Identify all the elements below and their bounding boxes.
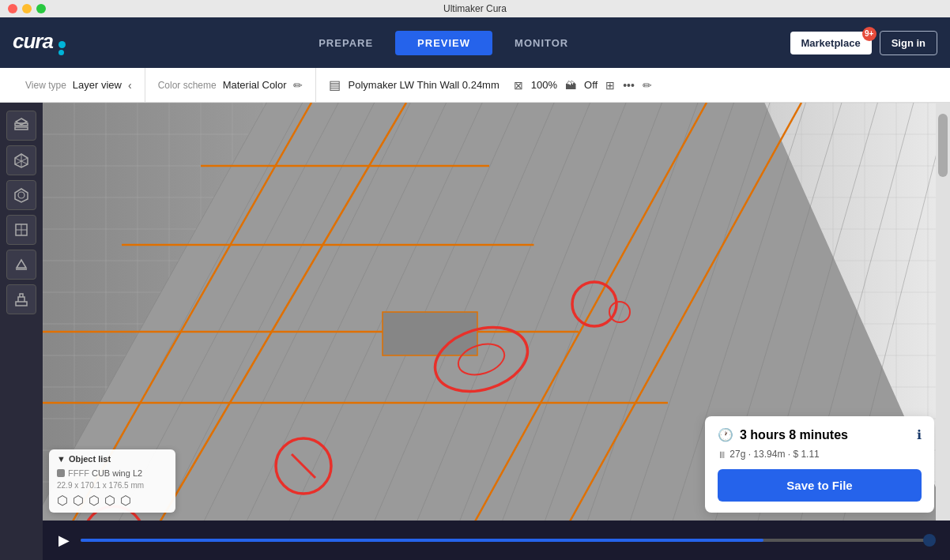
tool-6-icon bbox=[13, 291, 30, 308]
color-scheme-value: Material Color bbox=[223, 79, 287, 91]
info-button[interactable]: ℹ bbox=[917, 427, 922, 442]
nav-monitor[interactable]: MONITOR bbox=[492, 31, 590, 55]
object-list-panel: ▼ Object list FFFF CUB wing L2 22.9 x 17… bbox=[49, 449, 175, 513]
nav-prepare[interactable]: PREPARE bbox=[296, 31, 395, 55]
layer-view-icon bbox=[13, 117, 30, 134]
nav-preview[interactable]: PREVIEW bbox=[395, 31, 492, 55]
sidebar-tool-6[interactable] bbox=[6, 284, 36, 314]
color-scheme-section: Color scheme Material Color ✏ bbox=[145, 68, 316, 102]
settings2-icon[interactable]: ⬡ bbox=[120, 493, 131, 508]
marketplace-button[interactable]: Marketplace 9+ bbox=[790, 32, 872, 54]
delete-icon[interactable]: ⬡ bbox=[89, 493, 100, 508]
sidebar-tool-3[interactable] bbox=[6, 180, 36, 210]
fill-pct: 100% bbox=[531, 79, 557, 91]
printer-name: Polymaker LW Thin Wall 0.24mm bbox=[349, 79, 500, 91]
copy-icon[interactable]: ⬡ bbox=[73, 493, 84, 508]
clock-icon: 🕐 bbox=[718, 427, 733, 442]
info-panel: 🕐 3 hours 8 minutes ℹ ⫼ 27g · 13.94m · $… bbox=[705, 416, 934, 513]
view-type-section: View type Layer view ‹ bbox=[13, 68, 145, 102]
object-item-label: FFFF CUB wing L2 bbox=[68, 468, 142, 478]
printer-icon: ▤ bbox=[329, 77, 341, 92]
toolbar: View type Layer view ‹ Color scheme Mate… bbox=[0, 68, 950, 103]
left-sidebar bbox=[0, 103, 43, 560]
signin-button[interactable]: Sign in bbox=[880, 31, 937, 55]
info-time-row: 🕐 3 hours 8 minutes ℹ bbox=[718, 427, 922, 442]
play-button[interactable]: ▶ bbox=[58, 532, 70, 549]
maximize-button[interactable] bbox=[36, 4, 46, 13]
svg-point-7 bbox=[18, 192, 25, 198]
print-stats: ⫼ 27g · 13.94m · $ 1.11 bbox=[718, 449, 922, 460]
sidebar-tool-1[interactable] bbox=[6, 111, 36, 141]
main-nav: PREPARE PREVIEW MONITOR bbox=[97, 31, 790, 55]
sidebar-tool-4[interactable] bbox=[6, 215, 36, 245]
window-buttons[interactable] bbox=[8, 4, 46, 13]
object-action-icons: ⬡ ⬡ ⬡ ⬡ ⬡ bbox=[57, 493, 168, 508]
marketplace-badge: 9+ bbox=[862, 27, 876, 41]
color-scheme-edit-icon[interactable]: ✏ bbox=[293, 79, 303, 92]
sidebar-tool-2[interactable] bbox=[6, 145, 36, 175]
stats-value: 27g · 13.94m · $ 1.11 bbox=[729, 449, 819, 460]
close-button[interactable] bbox=[8, 4, 17, 13]
svg-rect-1 bbox=[15, 127, 28, 130]
right-scrollbar[interactable] bbox=[936, 103, 950, 560]
object-list-header: ▼ Object list bbox=[57, 454, 168, 464]
timeline-bar: ▶ bbox=[43, 521, 950, 560]
time-value: 3 hours 8 minutes bbox=[740, 428, 848, 442]
support-label: Off bbox=[584, 79, 598, 91]
move-icon[interactable]: ⬡ bbox=[104, 493, 115, 508]
more-icon[interactable]: ••• bbox=[623, 79, 635, 92]
time-display: 🕐 3 hours 8 minutes bbox=[718, 427, 848, 442]
fill-icon: ⊠ bbox=[514, 79, 523, 92]
scroll-thumb[interactable] bbox=[938, 114, 948, 177]
settings-icon[interactable]: ⊞ bbox=[605, 79, 615, 92]
view-type-label: View type bbox=[25, 80, 66, 91]
timeline-track[interactable] bbox=[81, 539, 934, 542]
save-to-file-button[interactable]: Save to File bbox=[718, 469, 922, 502]
header-right: Marketplace 9+ Sign in bbox=[790, 31, 938, 55]
window-title: Ultimaker Cura bbox=[443, 3, 507, 14]
view-type-value: Layer view bbox=[73, 79, 122, 91]
object-list-item: FFFF CUB wing L2 bbox=[57, 467, 168, 479]
title-bar: Ultimaker Cura bbox=[0, 0, 950, 17]
tool-5-icon bbox=[13, 256, 30, 273]
tool-3-icon bbox=[13, 186, 30, 204]
logo-text: cura bbox=[13, 29, 53, 54]
sidebar-tool-5[interactable] bbox=[6, 250, 36, 280]
object-dimensions: 22.9 x 170.1 x 176.5 mm bbox=[57, 481, 168, 490]
svg-rect-11 bbox=[16, 302, 27, 306]
object-color-swatch bbox=[57, 469, 65, 477]
timeline-progress bbox=[81, 539, 763, 542]
tool-4-icon bbox=[13, 221, 30, 239]
edit-icon[interactable]: ✏ bbox=[643, 79, 652, 92]
duplicate-icon[interactable]: ⬡ bbox=[57, 493, 68, 508]
view-type-chevron-icon[interactable]: ‹ bbox=[128, 79, 132, 92]
minimize-button[interactable] bbox=[22, 4, 32, 13]
tool-2-icon bbox=[13, 152, 30, 169]
svg-marker-2 bbox=[16, 118, 27, 125]
color-scheme-label: Color scheme bbox=[158, 80, 217, 91]
chevron-down-icon[interactable]: ▼ bbox=[57, 454, 66, 464]
material-icon: ⫼ bbox=[718, 449, 727, 460]
printer-section: ▤ Polymaker LW Thin Wall 0.24mm ⊠ 100% 🏔… bbox=[316, 68, 937, 102]
header: cura PREPARE PREVIEW MONITOR Marketplace… bbox=[0, 17, 950, 68]
main-area: ▼ Object list FFFF CUB wing L2 22.9 x 17… bbox=[0, 103, 950, 560]
logo: cura bbox=[13, 29, 66, 57]
support-icon: 🏔 bbox=[565, 79, 576, 92]
timeline-thumb[interactable] bbox=[923, 534, 936, 547]
viewport[interactable]: ▼ Object list FFFF CUB wing L2 22.9 x 17… bbox=[43, 103, 950, 560]
